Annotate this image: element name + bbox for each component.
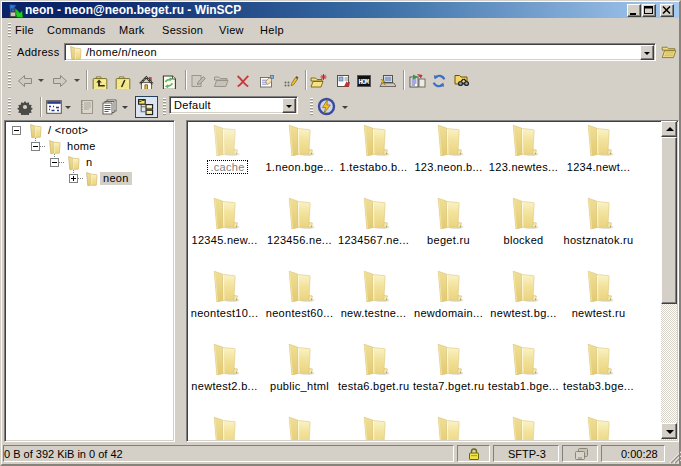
svg-text:HOM: HOM: [359, 78, 370, 86]
